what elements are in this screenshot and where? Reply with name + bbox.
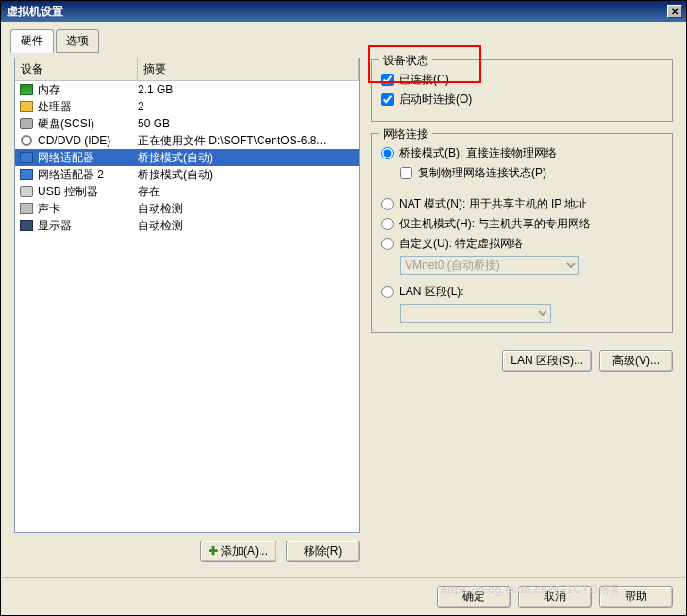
device-summary: 桥接模式(自动) (138, 167, 359, 183)
device-name: 处理器 (38, 99, 138, 115)
bridged-row[interactable]: 桥接模式(B): 直接连接物理网络 (381, 145, 662, 161)
device-row[interactable]: 网络适配器 2桥接模式(自动) (15, 166, 359, 183)
device-name: 硬盘(SCSI) (38, 116, 138, 132)
vmnet-wrap: VMnet0 (自动桥接) (400, 256, 662, 275)
connected-checkbox[interactable] (381, 74, 394, 86)
replicate-checkbox[interactable] (400, 167, 412, 179)
custom-label: 自定义(U): 特定虚拟网络 (399, 236, 523, 252)
device-row[interactable]: 声卡自动检测 (15, 200, 359, 217)
lan-segments-button[interactable]: LAN 区段(S)... (502, 350, 592, 372)
device-row[interactable]: 硬盘(SCSI)50 GB (15, 115, 359, 132)
hostonly-radio[interactable] (381, 218, 394, 230)
close-button[interactable]: ✕ (667, 5, 682, 18)
device-summary: 2.1 GB (138, 83, 359, 96)
custom-radio[interactable] (381, 238, 394, 250)
left-buttons: ✚ 添加(A)... 移除(R) (14, 533, 360, 566)
vmnet-combo[interactable]: VMnet0 (自动桥接) (400, 256, 579, 275)
device-summary: 自动检测 (138, 218, 359, 234)
device-name: USB 控制器 (38, 184, 138, 200)
device-list: 设备 摘要 内存2.1 GB处理器2硬盘(SCSI)50 GBCD/DVD (I… (14, 58, 360, 533)
device-summary: 2 (138, 100, 359, 113)
device-row[interactable]: 网络适配器桥接模式(自动) (15, 149, 359, 166)
right-panel: 设备状态 已连接(C) 启动时连接(O) 网络连接 桥接模式 (371, 58, 673, 566)
vm-settings-dialog: 虚拟机设置 ✕ 硬件 选项 设备 摘要 内存2.1 GB处理器2硬盘(SCSI)… (0, 0, 687, 616)
titlebar: 虚拟机设置 ✕ (1, 1, 686, 22)
bridged-label: 桥接模式(B): 直接连接物理网络 (399, 145, 557, 161)
tab-options[interactable]: 选项 (56, 29, 99, 53)
mem-icon (19, 82, 34, 97)
device-row[interactable]: CD/DVD (IDE)正在使用文件 D:\SOFT\CentOS-6.8... (15, 132, 359, 149)
col-summary[interactable]: 摘要 (138, 58, 359, 81)
device-row[interactable]: USB 控制器存在 (15, 183, 359, 200)
list-header: 设备 摘要 (15, 58, 359, 81)
remove-button[interactable]: 移除(R) (286, 541, 360, 562)
status-legend: 设备状态 (379, 53, 432, 69)
help-button[interactable]: 帮助 (599, 586, 673, 608)
device-name: CD/DVD (IDE) (38, 134, 138, 147)
dsp-icon (19, 218, 34, 233)
network-connection-group: 网络连接 桥接模式(B): 直接连接物理网络 复制物理网络连接状态(P) NAT… (371, 133, 673, 333)
nat-label: NAT 模式(N): 用于共享主机的 IP 地址 (399, 196, 587, 212)
lan-row[interactable]: LAN 区段(L): (381, 284, 662, 300)
hostonly-row[interactable]: 仅主机模式(H): 与主机共享的专用网络 (381, 216, 662, 232)
tab-body: 设备 摘要 内存2.1 GB处理器2硬盘(SCSI)50 GBCD/DVD (I… (10, 52, 677, 570)
dialog-footer: 确定 取消 帮助 (1, 577, 686, 615)
lan-radio[interactable] (381, 286, 394, 298)
custom-row[interactable]: 自定义(U): 特定虚拟网络 (381, 236, 662, 252)
nat-row[interactable]: NAT 模式(N): 用于共享主机的 IP 地址 (381, 196, 662, 212)
ok-button[interactable]: 确定 (437, 586, 511, 608)
tab-hardware[interactable]: 硬件 (10, 29, 54, 53)
add-label: 添加(A)... (221, 544, 268, 558)
nat-radio[interactable] (381, 198, 394, 210)
connect-poweron-checkbox[interactable] (381, 93, 394, 106)
device-row[interactable]: 处理器2 (15, 98, 359, 115)
replicate-label: 复制物理网络连接状态(P) (418, 165, 546, 181)
advanced-button[interactable]: 高级(V)... (599, 350, 673, 372)
connect-poweron-row[interactable]: 启动时连接(O) (381, 92, 662, 108)
cd-icon (19, 133, 34, 148)
cpu-icon (19, 99, 34, 114)
net-icon (19, 167, 34, 182)
col-device[interactable]: 设备 (15, 58, 138, 81)
tab-strip: 硬件 选项 (10, 29, 677, 53)
device-summary: 自动检测 (138, 201, 359, 217)
device-summary: 正在使用文件 D:\SOFT\CentOS-6.8... (138, 133, 359, 149)
device-name: 声卡 (38, 201, 138, 217)
device-summary: 存在 (138, 184, 359, 200)
cancel-button[interactable]: 取消 (518, 586, 592, 608)
lan-combo[interactable] (400, 304, 551, 323)
bridged-radio[interactable] (381, 147, 394, 159)
hostonly-label: 仅主机模式(H): 与主机共享的专用网络 (399, 216, 591, 232)
list-body: 内存2.1 GB处理器2硬盘(SCSI)50 GBCD/DVD (IDE)正在使… (15, 81, 359, 532)
connected-label: 已连接(C) (399, 72, 449, 88)
device-status-group: 设备状态 已连接(C) 启动时连接(O) (371, 59, 673, 122)
content-area: 硬件 选项 设备 摘要 内存2.1 GB处理器2硬盘(SCSI)50 GBCD/… (1, 22, 686, 577)
connected-row[interactable]: 已连接(C) (381, 72, 662, 88)
device-name: 网络适配器 2 (38, 167, 138, 183)
lan-label: LAN 区段(L): (399, 284, 464, 300)
device-summary: 50 GB (138, 117, 359, 130)
connect-poweron-label: 启动时连接(O) (399, 92, 472, 108)
device-name: 显示器 (38, 218, 138, 234)
device-name: 内存 (38, 82, 138, 98)
device-row[interactable]: 内存2.1 GB (15, 81, 359, 98)
network-legend: 网络连接 (379, 126, 432, 142)
device-name: 网络适配器 (38, 150, 138, 166)
device-row[interactable]: 显示器自动检测 (15, 217, 359, 234)
usb-icon (19, 184, 34, 199)
snd-icon (19, 201, 34, 216)
add-button[interactable]: ✚ 添加(A)... (200, 541, 276, 562)
hdd-icon (19, 116, 34, 131)
net-icon (19, 150, 34, 165)
left-panel: 设备 摘要 内存2.1 GB处理器2硬盘(SCSI)50 GBCD/DVD (I… (14, 58, 360, 566)
right-buttons: LAN 区段(S)... 高级(V)... (371, 350, 673, 372)
replicate-row[interactable]: 复制物理网络连接状态(P) (400, 165, 662, 181)
window-title: 虚拟机设置 (7, 4, 63, 20)
lan-input-wrap (400, 304, 662, 323)
device-summary: 桥接模式(自动) (138, 150, 359, 166)
